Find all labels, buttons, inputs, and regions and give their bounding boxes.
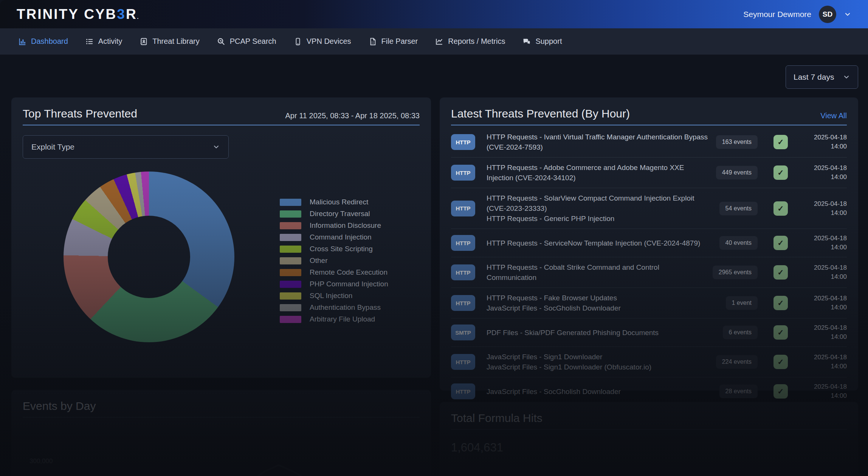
legend-item: Information Disclosure [280,220,388,232]
threat-title: HTTP Requests - Fake Browser UpdatesJava… [487,293,726,313]
protocol-badge: HTTP [451,235,475,251]
tab-dashboard[interactable]: Dashboard [18,37,68,46]
date-range-select[interactable]: Last 7 days [786,65,858,89]
main-nav: Dashboard Activity Threat Library PCAP S… [0,28,868,55]
view-all-link[interactable]: View All [820,111,847,120]
threat-title: PDF Files - Skia/PDF Generated Phishing … [487,328,723,338]
threat-title: HTTP Requests - SolarView Compact Comman… [487,193,719,224]
check-icon: ✓ [773,384,788,399]
legend-item: Malicious Redirect [280,196,388,208]
event-count-badge: 449 events [716,166,758,179]
legend-item: Authentication Bypass [280,302,388,314]
logo-trademark-dot: . [137,14,140,20]
threat-title: JavaScript Files - SocGholish Downloader [487,386,719,397]
event-count-badge: 2965 events [713,266,758,279]
check-icon: ✓ [773,265,788,280]
chart-legend: Malicious Redirect Directory Traversal I… [280,196,388,325]
tab-reports-metrics[interactable]: Reports / Metrics [435,37,505,46]
threat-row[interactable]: HTTP JavaScript Files - SocGholish Downl… [451,377,847,405]
threat-title: HTTP Requests - Adobe Commerce and Adobe… [487,162,716,183]
search-icon [217,37,225,46]
legend-swatch [280,304,301,311]
tab-activity[interactable]: Activity [85,37,122,46]
legend-swatch [280,281,301,288]
tab-pcap-search[interactable]: PCAP Search [217,37,276,46]
check-icon: ✓ [773,355,788,369]
chevron-down-icon[interactable] [844,11,851,18]
events-by-day-panel: Events by Day 300,000 250,000 [11,390,431,476]
legend-swatch [280,222,301,229]
protocol-badge: HTTP [451,295,475,311]
protocol-badge: HTTP [451,383,475,399]
event-count-badge: 54 events [719,202,758,215]
tab-file-parser[interactable]: File Parser [369,37,418,46]
legend-swatch [280,199,301,206]
logo-digit-3: 3 [117,6,126,22]
tab-support[interactable]: Support [522,37,562,46]
protocol-badge: SMTP [451,325,475,340]
threat-timestamp: 2025-04-1814:00 [801,323,847,342]
legend-item: Remote Code Execution [280,267,388,278]
tab-threat-library[interactable]: Threat Library [140,37,200,46]
protocol-badge: HTTP [451,165,475,181]
file-icon [369,37,377,46]
threat-title: JavaScript Files - Sign1 DownloaderJavaS… [487,352,716,372]
threat-row[interactable]: HTTP JavaScript Files - Sign1 Downloader… [451,347,847,377]
event-count-badge: 28 events [719,385,758,398]
threat-timestamp: 2025-04-1814:00 [801,382,847,400]
threat-timestamp: 2025-04-1814:00 [801,234,847,252]
check-icon: ✓ [773,325,788,340]
chat-bubbles-icon [522,37,531,46]
threat-row[interactable]: HTTP HTTP Requests - Adobe Commerce and … [451,158,847,188]
threat-title: HTTP Requests - Ivanti Virtual Traffic M… [487,132,716,152]
event-count-badge: 1 event [726,296,758,310]
threat-timestamp: 2025-04-1814:00 [801,294,847,312]
event-count-badge: 40 events [719,236,758,250]
top-threats-panel: Top Threats Prevented Apr 11 2025, 08:33… [11,97,431,378]
threat-list: HTTP HTTP Requests - Ivanti Virtual Traf… [451,127,847,405]
threat-timestamp: 2025-04-1814:00 [801,353,847,371]
chevron-down-icon [212,143,220,151]
legend-item: Other [280,255,388,267]
legend-item: Cross Site Scripting [280,243,388,255]
avatar[interactable]: SD [819,6,836,23]
exploit-donut-chart[interactable] [64,172,234,342]
legend-swatch [280,292,301,300]
threat-timestamp: 2025-04-1814:00 [801,263,847,281]
check-icon: ✓ [773,165,788,180]
legend-swatch [280,316,301,323]
legend-item: Arbitrary File Upload [280,314,388,325]
trinity-cyber-logo: TRINITY CYB3R. [17,6,140,22]
threat-timestamp: 2025-04-1814:00 [801,199,847,218]
legend-item: SQL Injection [280,290,388,302]
protocol-badge: HTTP [451,264,475,280]
event-count-badge: 224 events [716,355,758,369]
mobile-device-icon [294,37,302,46]
legend-swatch [280,234,301,241]
event-count-badge: 6 events [723,326,758,339]
threat-row[interactable]: HTTP HTTP Requests - Ivanti Virtual Traf… [451,127,847,158]
threat-row[interactable]: HTTP HTTP Requests - Cobalt Strike Comma… [451,257,847,288]
protocol-badge: HTTP [451,134,475,150]
legend-item: Directory Traversal [280,208,388,220]
user-menu[interactable]: Seymour Dewmore SD [743,6,851,23]
legend-item: PHP Command Injection [280,278,388,290]
threat-row[interactable]: HTTP HTTP Requests - ServiceNow Template… [451,229,847,257]
check-icon: ✓ [773,135,788,149]
check-icon: ✓ [773,296,788,310]
threat-row[interactable]: HTTP HTTP Requests - SolarView Compact C… [451,188,847,229]
panel-title: Total Formula Hits [451,412,542,425]
threat-row[interactable]: HTTP HTTP Requests - Fake Browser Update… [451,288,847,318]
tab-vpn-devices[interactable]: VPN Devices [294,37,351,46]
user-name: Seymour Dewmore [743,10,811,19]
top-bar: TRINITY CYB3R. Seymour Dewmore SD [0,0,868,28]
exploit-type-select[interactable]: Exploit Type [23,135,229,159]
legend-swatch [280,246,301,253]
legend-swatch [280,269,301,276]
threat-row[interactable]: SMTP PDF Files - Skia/PDF Generated Phis… [451,318,847,347]
chevron-down-icon [843,73,850,81]
chart-line-icon [435,37,443,46]
check-icon: ✓ [773,236,788,250]
line-chart-svg [23,421,420,476]
event-count-badge: 163 events [716,135,758,149]
